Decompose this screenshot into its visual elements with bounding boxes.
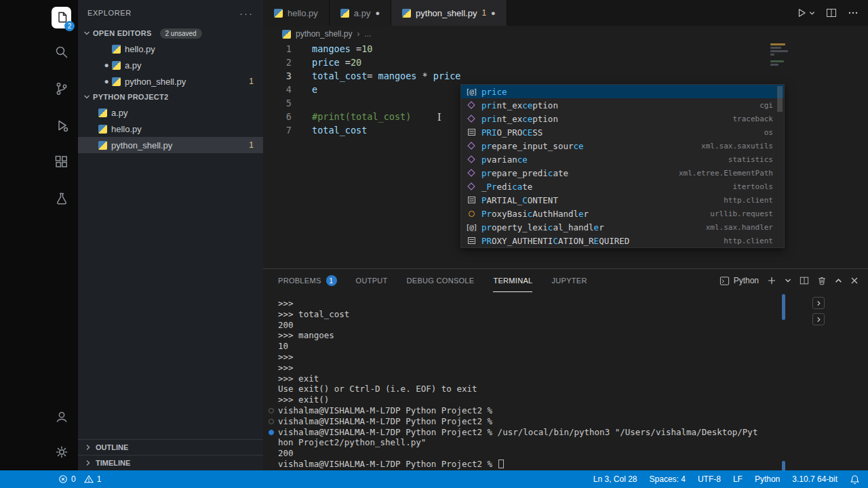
problems-warnings[interactable]: 1 xyxy=(84,474,102,484)
extensions-icon[interactable] xyxy=(52,152,72,172)
panel-tab-label: TERMINAL xyxy=(493,277,532,285)
open-editors-header[interactable]: OPEN EDITORS 2 unsaved xyxy=(78,26,263,41)
panel-tab-output[interactable]: OUTPUT xyxy=(356,269,388,292)
outline-section[interactable]: OUTLINE xyxy=(78,439,263,455)
python-file-icon xyxy=(274,9,283,18)
panel-tab-jupyter[interactable]: JUPYTER xyxy=(551,269,587,292)
panel-tab-problems[interactable]: PROBLEMS1 xyxy=(278,269,337,292)
suggestion-item[interactable]: prepare_predicatexml.etree.ElementPath xyxy=(461,166,784,180)
search-icon[interactable] xyxy=(52,42,72,62)
split-editor-icon[interactable] xyxy=(826,7,837,18)
terminal-line: 200 xyxy=(263,320,793,331)
terminal-tab-chevron-icon[interactable] xyxy=(812,313,825,325)
suggestion-item[interactable]: [@]property_lexical_handlerxml.sax.handl… xyxy=(461,220,784,234)
constant-kind-icon xyxy=(465,197,477,203)
sidebar-more-actions[interactable]: ··· xyxy=(239,7,254,19)
suggestion-item[interactable]: PARTIAL_CONTENThttp.client xyxy=(461,193,784,207)
project-section-header[interactable]: PYTHON PROJECT2 xyxy=(78,89,263,104)
suggestion-item[interactable]: pvariancestatistics xyxy=(461,152,784,166)
project-file-item[interactable]: hello.py xyxy=(78,121,263,137)
status-language-mode[interactable]: Python xyxy=(755,474,780,484)
status-eol[interactable]: LF xyxy=(733,474,743,484)
file-name: python_shell.py xyxy=(125,77,186,87)
run-debug-icon[interactable] xyxy=(52,115,72,136)
minimap[interactable] xyxy=(770,42,789,67)
more-actions-icon[interactable] xyxy=(848,7,859,18)
suggestion-detail: xml.etree.ElementPath xyxy=(679,169,780,178)
terminal-icon xyxy=(719,276,730,286)
chevron-down-icon xyxy=(83,94,90,100)
status-cursor-position[interactable]: Ln 3, Col 28 xyxy=(593,474,637,484)
terminal-line: >>> mangoes xyxy=(263,330,793,341)
terminal-text: Use exit() or Ctrl-D (i.e. EOF) to exit xyxy=(278,384,477,394)
explorer-icon[interactable]: 2 xyxy=(52,7,71,28)
open-editor-item[interactable]: ●python_shell.py1 xyxy=(78,73,263,89)
project-file-item[interactable]: a.py xyxy=(78,104,263,121)
account-icon[interactable] xyxy=(52,407,72,427)
suggestion-item[interactable]: PROXY_AUTHENTICATION_REQUIREDhttp.client xyxy=(461,234,784,247)
terminal-text: vishalma@VISHALMA-M-L7DP Python Project2… xyxy=(278,459,498,469)
command-decoration-icon[interactable] xyxy=(269,408,274,413)
new-terminal-icon[interactable] xyxy=(767,276,776,285)
panel-tab-debug-console[interactable]: DEBUG CONSOLE xyxy=(407,269,475,292)
terminal-scrollbar[interactable] xyxy=(782,294,785,466)
tab-strip-tabs: hello.pya.py●python_shell.py1● xyxy=(263,0,507,26)
status-indentation[interactable]: Spaces: 4 xyxy=(650,474,686,484)
timeline-section[interactable]: TIMELINE xyxy=(78,455,263,470)
sidebar-title: EXPLORER xyxy=(87,9,132,17)
line-text: total_cost xyxy=(302,123,367,137)
split-terminal-icon[interactable] xyxy=(800,276,809,285)
maximize-panel-chevron-icon[interactable] xyxy=(835,277,842,285)
suggestion-item[interactable]: [@]price xyxy=(461,85,784,98)
suggestion-item[interactable]: print_exceptioncgi xyxy=(461,98,784,112)
breadcrumb-more[interactable]: ... xyxy=(364,29,371,39)
status-encoding[interactable]: UTF-8 xyxy=(698,474,721,484)
open-editor-item[interactable]: ●a.py xyxy=(78,57,263,73)
suggestion-item[interactable]: ProxyBasicAuthHandlerurllib.request xyxy=(461,207,784,220)
panel-tab-label: DEBUG CONSOLE xyxy=(407,277,475,285)
code-line[interactable]: 3total_cost= mangoes * price xyxy=(263,69,868,83)
problems-count-badge: 1 xyxy=(249,77,254,86)
kill-terminal-trash-icon[interactable] xyxy=(817,276,827,285)
terminal-output[interactable]: >>>>>> total_cost200>>> mangoes10>>>>>>>… xyxy=(263,292,793,470)
source-control-icon[interactable] xyxy=(52,79,72,99)
suggestion-item[interactable]: print_exceptiontraceback xyxy=(461,112,784,125)
line-number: 5 xyxy=(263,96,302,110)
command-decoration-icon[interactable] xyxy=(269,430,274,435)
notifications-bell-icon[interactable] xyxy=(850,474,860,485)
run-python-file-button[interactable] xyxy=(796,7,815,18)
terminal-line: >>> exit xyxy=(263,373,793,384)
close-panel-icon[interactable] xyxy=(850,277,859,285)
tab-a.py[interactable]: a.py● xyxy=(330,0,391,26)
project-file-item[interactable]: python_shell.py1 xyxy=(78,137,263,153)
file-name: hello.py xyxy=(111,124,142,134)
tab-python_shell.py[interactable]: python_shell.py1● xyxy=(391,0,507,26)
explorer-sidebar: EXPLORER ··· OPEN EDITORS 2 unsaved hell… xyxy=(78,0,263,470)
terminal-dropdown-chevron-icon[interactable] xyxy=(785,277,791,284)
warning-icon xyxy=(84,474,94,484)
suggestion-item[interactable]: prepare_input_sourcexml.sax.saxutils xyxy=(461,139,784,152)
open-editor-item[interactable]: hello.py xyxy=(78,41,263,57)
testing-icon[interactable] xyxy=(52,188,72,209)
suggest-scrollbar[interactable] xyxy=(777,86,783,112)
panel-tab-label: OUTPUT xyxy=(356,277,388,285)
suggestion-label: _Predicate xyxy=(481,182,532,192)
settings-gear-icon[interactable] xyxy=(52,442,72,462)
tab-hello.py[interactable]: hello.py xyxy=(263,0,330,26)
terminal-tab-chevron-icon[interactable] xyxy=(812,297,825,309)
command-decoration-icon[interactable] xyxy=(269,419,274,424)
terminal-profile[interactable]: Python xyxy=(719,276,759,286)
suggestion-item[interactable]: PRIO_PROCESSos xyxy=(461,125,784,139)
problems-errors[interactable]: 0 xyxy=(58,474,76,484)
python-file-icon xyxy=(402,9,411,18)
bottom-panel: PROBLEMS1OUTPUTDEBUG CONSOLETERMINALJUPY… xyxy=(263,268,868,470)
terminal-text: 200 xyxy=(278,320,294,330)
breadcrumb-file[interactable]: python_shell.py xyxy=(296,29,352,39)
panel-tab-terminal[interactable]: TERMINAL xyxy=(493,269,532,292)
suggestion-label: prepare_input_source xyxy=(481,141,584,151)
terminal-text: vishalma@VISHALMA-M-L7DP Python Project2… xyxy=(278,416,492,426)
breadcrumb[interactable]: python_shell.py › ... xyxy=(263,26,868,42)
suggestion-item[interactable]: _Predicateitertools xyxy=(461,180,784,193)
errors-count: 0 xyxy=(71,474,76,484)
status-python-version[interactable]: 3.10.7 64-bit xyxy=(792,474,837,484)
